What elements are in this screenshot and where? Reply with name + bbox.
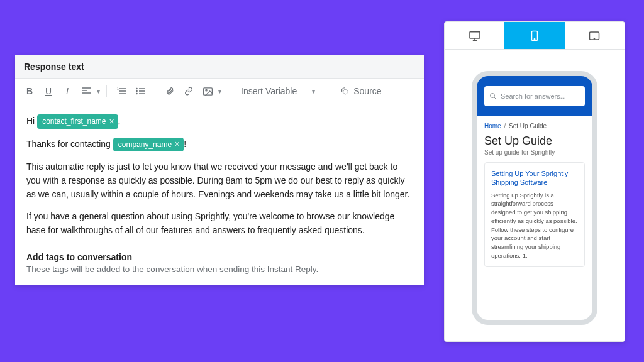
tab-mobile[interactable]	[504, 22, 564, 49]
device-preview-panel: Search for answers... Home / Set Up Guid…	[444, 21, 625, 342]
device-tabs	[445, 22, 625, 50]
variable-pill-company[interactable]: company_name✕	[113, 138, 184, 152]
phone-frame: Search for answers... Home / Set Up Guid…	[472, 71, 597, 325]
unordered-list-button[interactable]	[132, 82, 148, 100]
toolbar-separator	[106, 85, 107, 97]
greeting-line: Hi contact_first_name✕,	[26, 114, 413, 129]
add-tags-desc: These tags will be added to the conversa…	[26, 265, 413, 274]
underline-button[interactable]: U	[40, 82, 57, 100]
search-placeholder: Search for answers...	[501, 92, 566, 100]
tablet-icon	[589, 31, 600, 41]
editor-toolbar: B U I ▾ 1 ▾ Insert Variable ▾	[15, 79, 424, 104]
breadcrumb: Home / Set Up Guide	[484, 123, 585, 129]
svg-point-3	[136, 93, 138, 95]
mobile-icon	[530, 30, 539, 41]
image-button[interactable]	[199, 82, 216, 100]
article-card[interactable]: Setting Up Your Sprightly Shipping Softw…	[484, 162, 585, 267]
svg-point-9	[534, 38, 535, 40]
variable-pill-contact[interactable]: contact_first_name✕	[37, 114, 118, 129]
thanks-line: Thanks for contacting company_name✕!	[26, 138, 413, 152]
chevron-down-icon: ▾	[312, 88, 315, 95]
editor-body[interactable]: Hi contact_first_name✕, Thanks for conta…	[15, 104, 424, 243]
variable-pill-label: company_name	[118, 139, 172, 151]
svg-point-2	[136, 90, 138, 92]
toolbar-separator	[328, 85, 328, 97]
page-title: Set Up Guide	[484, 134, 585, 148]
breadcrumb-home[interactable]: Home	[484, 123, 501, 129]
source-icon	[340, 87, 350, 96]
svg-point-5	[205, 89, 207, 91]
auto-reply-para: This automatic reply is just to let you …	[26, 160, 413, 201]
source-label: Source	[353, 86, 381, 96]
thanks-prefix: Thanks for contacting	[26, 139, 113, 149]
svg-rect-7	[470, 31, 480, 38]
search-icon	[489, 92, 497, 100]
tab-desktop[interactable]	[445, 22, 504, 49]
chevron-down-icon: ▾	[218, 88, 221, 95]
search-input[interactable]: Search for answers...	[484, 86, 585, 106]
toolbar-separator	[228, 85, 228, 97]
ordered-list-button[interactable]: 1	[113, 82, 130, 100]
breadcrumb-separator: /	[502, 123, 508, 129]
editor-header: Response text	[15, 55, 424, 79]
insert-variable-label: Insert Variable	[241, 86, 297, 96]
add-tags-title: Add tags to conversation	[26, 252, 413, 262]
remove-variable-icon[interactable]: ✕	[174, 139, 180, 150]
align-button[interactable]	[78, 82, 94, 100]
phone-content: Home / Set Up Guide Set Up Guide Set up …	[477, 116, 592, 273]
chevron-down-icon: ▾	[97, 88, 100, 95]
greeting-suffix: ,	[118, 116, 121, 126]
breadcrumb-current: Set Up Guide	[509, 123, 547, 129]
source-button[interactable]: Source	[335, 84, 386, 99]
svg-rect-4	[203, 87, 212, 94]
bold-button[interactable]: B	[21, 82, 38, 100]
italic-button[interactable]: I	[59, 82, 75, 100]
add-tags-section: Add tags to conversation These tags will…	[15, 243, 424, 285]
link-button[interactable]	[180, 82, 197, 100]
tab-tablet[interactable]	[565, 22, 625, 49]
phone-hero: Search for answers...	[477, 76, 592, 116]
page-subtitle: Set up guide for Sprightly	[484, 149, 585, 156]
svg-text:1: 1	[117, 87, 119, 90]
svg-point-11	[594, 38, 595, 38]
svg-point-6	[343, 90, 348, 94]
kb-para: If you have a general question about usi…	[26, 210, 413, 237]
variable-pill-label: contact_first_name	[42, 116, 106, 128]
phone-preview-wrap: Search for answers... Home / Set Up Guid…	[445, 50, 625, 341]
thanks-suffix: !	[184, 139, 186, 149]
insert-variable-dropdown[interactable]: Insert Variable ▾	[235, 84, 321, 99]
greeting-prefix: Hi	[26, 116, 37, 126]
desktop-icon	[469, 31, 481, 41]
svg-point-12	[491, 94, 495, 98]
toolbar-separator	[155, 85, 155, 97]
remove-variable-icon[interactable]: ✕	[109, 116, 114, 127]
article-title: Setting Up Your Sprightly Shipping Softw…	[491, 169, 578, 187]
response-editor-panel: Response text B U I ▾ 1 ▾ Insert Variabl…	[15, 55, 424, 285]
svg-point-1	[136, 88, 138, 90]
article-excerpt: Setting up Sprightly is a straightforwar…	[491, 191, 578, 260]
attachment-button[interactable]	[162, 82, 178, 100]
